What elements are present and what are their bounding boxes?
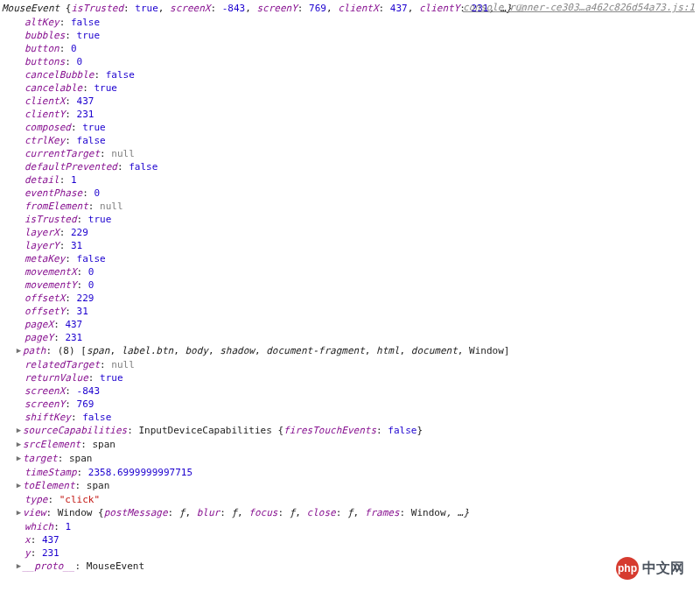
- property-value: true: [100, 372, 123, 384]
- property-key: shiftKey: [24, 412, 71, 423]
- property-value: false: [71, 17, 100, 28]
- property-row[interactable]: pageY: 231: [0, 331, 700, 344]
- property-row[interactable]: ▶view: Window {postMessage: ƒ, blur: ƒ, …: [0, 506, 700, 520]
- property-key: eventPhase: [24, 187, 82, 199]
- property-key: layerX: [24, 227, 60, 238]
- path-item: body: [185, 345, 208, 356]
- property-row[interactable]: ▶sourceCapabilities: InputDeviceCapabili…: [0, 424, 700, 438]
- property-row[interactable]: shiftKey: false: [0, 411, 700, 424]
- property-row[interactable]: relatedTarget: null: [0, 358, 700, 371]
- property-value: 31: [71, 240, 82, 251]
- property-key: buttons: [24, 56, 65, 67]
- property-row[interactable]: screenX: -843: [0, 384, 700, 398]
- property-value: 0: [77, 56, 83, 67]
- property-row[interactable]: button: 0: [0, 42, 700, 55]
- property-value: 2358.6999999997715: [88, 467, 192, 478]
- summary-value: 437: [390, 3, 408, 14]
- property-value: 231: [42, 547, 60, 559]
- property-row[interactable]: metaKey: false: [0, 252, 700, 265]
- property-value: 231: [65, 332, 82, 343]
- property-key: screenX: [24, 385, 65, 397]
- summary-value: true: [135, 3, 158, 14]
- property-value: 1: [65, 521, 71, 532]
- property-key: cancelBubble: [24, 69, 94, 81]
- property-row[interactable]: ▶toElement: span: [0, 479, 700, 493]
- property-key: clientX: [24, 95, 65, 107]
- property-row[interactable]: clientX: 437: [0, 95, 700, 108]
- disclosure-right-icon[interactable]: ▶: [15, 479, 23, 492]
- property-row[interactable]: which: 1: [0, 520, 700, 533]
- property-row[interactable]: movementY: 0: [0, 278, 700, 292]
- property-key: defaultPrevented: [24, 161, 117, 173]
- property-value: span: [69, 453, 93, 464]
- property-value: 769: [77, 398, 94, 410]
- property-row[interactable]: isTrusted: true: [0, 213, 700, 226]
- property-value: false: [129, 161, 158, 173]
- property-row[interactable]: offsetY: 31: [0, 305, 700, 318]
- property-row[interactable]: detail: 1: [0, 173, 700, 187]
- disclosure-right-icon[interactable]: ▶: [15, 560, 23, 573]
- disclosure-down-icon[interactable]: ▼: [0, 2, 2, 15]
- source-link[interactable]: console runner-ce303…a462c826d54a73.js:1: [463, 1, 695, 14]
- property-value: null: [111, 359, 135, 370]
- property-key: y: [24, 547, 31, 559]
- property-key: ctrlKey: [24, 135, 65, 146]
- property-key: offsetX: [24, 292, 65, 304]
- property-row[interactable]: currentTarget: null: [0, 147, 700, 160]
- disclosure-right-icon[interactable]: ▶: [15, 452, 23, 465]
- property-value: 229: [71, 227, 88, 238]
- property-key: __proto__: [23, 560, 75, 572]
- property-row[interactable]: ▶target: span: [0, 452, 700, 466]
- property-row[interactable]: y: 231: [0, 546, 700, 560]
- property-key: toElement: [23, 480, 75, 491]
- property-row[interactable]: ▶srcElement: span: [0, 438, 700, 452]
- path-item: document-fragment: [266, 345, 365, 356]
- property-value: 0: [94, 187, 100, 199]
- disclosure-right-icon[interactable]: ▶: [15, 344, 23, 357]
- property-key: view: [23, 507, 46, 518]
- property-row[interactable]: layerX: 229: [0, 226, 700, 239]
- watermark-text: 中文网: [642, 560, 684, 578]
- property-row[interactable]: x: 437: [0, 533, 700, 546]
- path-item: shadow: [220, 345, 255, 356]
- property-key: cancelable: [24, 82, 82, 94]
- property-key: pageX: [24, 319, 53, 330]
- disclosure-right-icon[interactable]: ▶: [15, 506, 23, 519]
- property-value: 0: [88, 266, 94, 278]
- property-row[interactable]: eventPhase: 0: [0, 187, 700, 200]
- path-item: html: [376, 345, 400, 356]
- property-key: type: [24, 494, 48, 505]
- property-row[interactable]: clientY: 231: [0, 108, 700, 121]
- property-row[interactable]: layerY: 31: [0, 239, 700, 252]
- property-row[interactable]: ▶__proto__: MouseEvent: [0, 560, 700, 574]
- property-row[interactable]: movementX: 0: [0, 265, 700, 278]
- property-row[interactable]: cancelable: true: [0, 81, 700, 95]
- property-row[interactable]: returnValue: true: [0, 371, 700, 384]
- summary-key: clientY: [419, 3, 459, 14]
- property-row[interactable]: fromElement: null: [0, 200, 700, 213]
- property-value: 437: [42, 534, 60, 546]
- property-key: relatedTarget: [24, 359, 100, 370]
- property-row[interactable]: type: "click": [0, 493, 700, 506]
- disclosure-right-icon[interactable]: ▶: [15, 438, 23, 451]
- property-row[interactable]: pageX: 437: [0, 318, 700, 331]
- property-row[interactable]: ▶path: (8) [span, label.btn, body, shado…: [0, 344, 700, 358]
- property-value: 229: [77, 292, 94, 304]
- property-key: clientY: [24, 109, 65, 120]
- property-value: "click": [60, 494, 100, 505]
- disclosure-right-icon[interactable]: ▶: [15, 424, 23, 437]
- property-row[interactable]: buttons: 0: [0, 55, 700, 68]
- property-row[interactable]: ctrlKey: false: [0, 134, 700, 147]
- property-row[interactable]: timeStamp: 2358.6999999997715: [0, 466, 700, 479]
- property-row[interactable]: altKey: false: [0, 16, 700, 29]
- path-item: span: [87, 345, 110, 356]
- property-row[interactable]: cancelBubble: false: [0, 68, 700, 81]
- property-row[interactable]: bubbles: true: [0, 29, 700, 42]
- summary-value: 769: [309, 3, 326, 14]
- property-row[interactable]: composed: true: [0, 121, 700, 134]
- property-value: true: [94, 82, 117, 94]
- property-row[interactable]: screenY: 769: [0, 398, 700, 411]
- property-value: 437: [77, 95, 94, 107]
- property-row[interactable]: offsetX: 229: [0, 292, 700, 305]
- property-row[interactable]: defaultPrevented: false: [0, 160, 700, 173]
